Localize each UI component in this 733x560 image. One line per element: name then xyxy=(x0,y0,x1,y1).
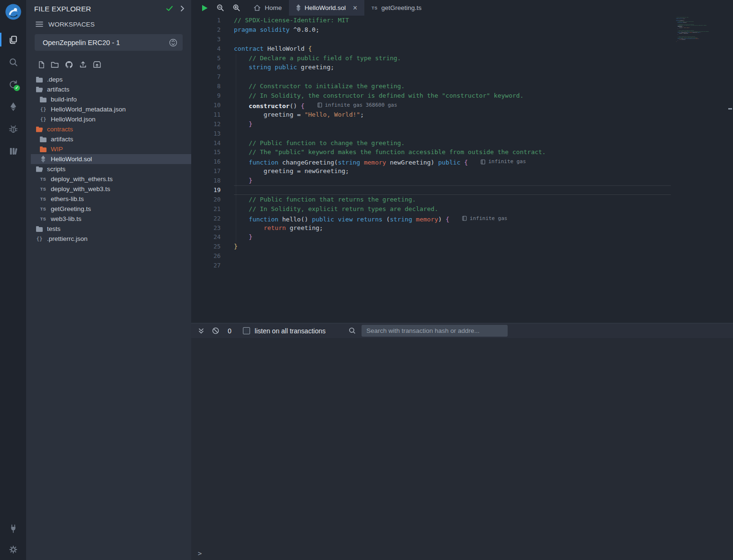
tree-item-label: ethers-lib.ts xyxy=(51,195,84,202)
tree-item-build-info[interactable]: build-info xyxy=(26,94,191,104)
code-line-2[interactable]: 2pragma solidity ^0.8.0; xyxy=(191,25,671,35)
search-icon[interactable] xyxy=(0,51,26,73)
tree-item-deploy-with-ethers-ts[interactable]: TSdeploy_with_ethers.ts xyxy=(26,174,191,184)
debugger-icon[interactable] xyxy=(0,118,26,140)
terminal-output[interactable]: > xyxy=(191,338,733,560)
ts-icon: TS xyxy=(39,197,47,202)
code-line-25[interactable]: 25} xyxy=(191,242,671,251)
line-number: 21 xyxy=(191,204,221,214)
confirm-check-icon[interactable] xyxy=(166,6,173,11)
code-line-15[interactable]: 15 // The "public" keyword makes the fun… xyxy=(191,147,671,157)
tree-item-getgreeting-ts[interactable]: TSgetGreeting.ts xyxy=(26,204,191,214)
tree-item-contracts[interactable]: contracts xyxy=(26,124,191,134)
upload-file-icon[interactable] xyxy=(79,61,87,68)
line-number: 15 xyxy=(191,147,221,157)
folder-open-icon xyxy=(36,127,43,132)
tree-item-deploy-with-web3-ts[interactable]: TSdeploy_with_web3.ts xyxy=(26,184,191,194)
workspaces-menu-icon[interactable] xyxy=(36,21,43,27)
line-number: 14 xyxy=(191,138,221,148)
code-line-8[interactable]: 8 // Constructor to initialize the greet… xyxy=(191,82,671,91)
terminal-search-input[interactable] xyxy=(362,325,508,337)
tree-item-artifacts[interactable]: artifacts xyxy=(26,134,191,144)
clone-github-icon[interactable] xyxy=(65,61,73,69)
code-line-10[interactable]: 10 constructor() {infinite gas 368600 ga… xyxy=(191,101,671,110)
code-line-18[interactable]: 18 } xyxy=(191,176,671,185)
terminal-prompt[interactable]: > xyxy=(198,550,202,557)
settings-icon[interactable] xyxy=(0,539,26,560)
code-line-5[interactable]: 5 // Declare a public field of type stri… xyxy=(191,54,671,63)
code-line-4[interactable]: 4contract HelloWorld { xyxy=(191,44,671,54)
code-text: contract HelloWorld { xyxy=(234,44,671,54)
tab-helloworld-sol[interactable]: HelloWorld.sol× xyxy=(289,0,364,16)
run-script-button[interactable] xyxy=(201,4,208,12)
code-line-26[interactable]: 26 xyxy=(191,251,671,261)
tree-item-label: HelloWorld_metadata.json xyxy=(51,106,126,113)
solidity-compiler-icon[interactable]: ✓ xyxy=(0,73,26,95)
unit-testing-icon[interactable] xyxy=(0,140,26,162)
code-line-7[interactable]: 7 xyxy=(191,72,671,82)
code-text: // Public function to change the greetin… xyxy=(234,138,671,148)
code-line-11[interactable]: 11 greeting = "Hello, World!"; xyxy=(191,110,671,119)
listen-transactions-checkbox[interactable] xyxy=(243,327,250,334)
code-line-19[interactable]: 19 xyxy=(191,185,671,195)
tree-item-ethers-lib-ts[interactable]: TSethers-lib.ts xyxy=(26,194,191,204)
editor-scrollbar[interactable] xyxy=(727,16,733,323)
new-file-icon[interactable] xyxy=(38,61,45,69)
minimap-content: // SPDX-License-Identifier: MITpragma so… xyxy=(676,17,726,44)
tree-item-helloworld-metadata-json[interactable]: {}HelloWorld_metadata.json xyxy=(26,104,191,114)
tree-item-wip[interactable]: WIP xyxy=(26,144,191,154)
code-text xyxy=(234,129,671,138)
plugin-manager-icon[interactable] xyxy=(0,518,26,539)
code-line-1[interactable]: 1// SPDX-License-Identifier: MIT xyxy=(191,16,671,25)
zoom-in-button[interactable] xyxy=(232,4,241,12)
code-line-3[interactable]: 3 xyxy=(191,35,671,44)
code-text: string public greeting; xyxy=(234,63,671,72)
code-line-20[interactable]: 20 // Public function that returns the g… xyxy=(191,195,671,204)
code-line-21[interactable]: 21 // In Solidity, explicit return types… xyxy=(191,204,671,214)
file-explorer-icon[interactable] xyxy=(0,28,26,51)
deploy-run-icon[interactable] xyxy=(0,95,26,118)
code-line-17[interactable]: 17 greeting = newGreeting; xyxy=(191,166,671,176)
tree-item-helloworld-json[interactable]: {}HelloWorld.json xyxy=(26,114,191,124)
tab-getgreeting-ts[interactable]: TSgetGreeting.ts xyxy=(364,0,428,16)
compile-success-badge: ✓ xyxy=(14,85,20,91)
expand-terminal-icon[interactable] xyxy=(198,328,204,334)
new-folder-icon[interactable] xyxy=(51,61,59,68)
zoom-out-button[interactable] xyxy=(216,4,224,12)
workspace-name: OpenZeppelin ERC20 - 1 xyxy=(43,39,169,46)
remix-logo[interactable] xyxy=(4,3,22,23)
line-number: 24 xyxy=(191,232,221,242)
code-line-16[interactable]: 16 function changeGreeting(string memory… xyxy=(191,157,671,166)
code-editor[interactable]: 1// SPDX-License-Identifier: MIT2pragma … xyxy=(191,16,733,323)
tree-item-prettierrc-json[interactable]: {}.prettierrc.json xyxy=(26,234,191,244)
tab-label: HelloWorld.sol xyxy=(305,4,346,11)
code-line-22[interactable]: 22 function hello() public view returns … xyxy=(191,214,671,223)
tree-item-helloworld-sol[interactable]: HelloWorld.sol xyxy=(26,154,191,164)
file-explorer-header: FILE EXPLORER xyxy=(26,0,191,16)
tree-item-scripts[interactable]: scripts xyxy=(26,164,191,174)
minimap[interactable]: // SPDX-License-Identifier: MITpragma so… xyxy=(671,16,727,323)
code-text: // In Solidity, the constructor is defin… xyxy=(234,91,671,101)
workspace-selector[interactable]: OpenZeppelin ERC20 - 1 xyxy=(35,34,183,51)
folder-icon xyxy=(36,77,43,83)
close-tab-icon[interactable]: × xyxy=(353,4,357,12)
chevron-right-icon[interactable] xyxy=(180,5,185,12)
tree-item-tests[interactable]: tests xyxy=(26,224,191,234)
code-line-9[interactable]: 9 // In Solidity, the constructor is def… xyxy=(191,91,671,101)
code-line-24[interactable]: 24 } xyxy=(191,232,671,242)
line-number: 17 xyxy=(191,166,221,176)
code-line-6[interactable]: 6 string public greeting; xyxy=(191,63,671,72)
tree-item-web3-lib-ts[interactable]: TSweb3-lib.ts xyxy=(26,214,191,224)
upload-folder-icon[interactable] xyxy=(93,61,101,68)
code-line-27[interactable]: 27 xyxy=(191,261,671,270)
code-line-23[interactable]: 23 return greeting; xyxy=(191,223,671,233)
code-line-14[interactable]: 14 // Public function to change the gree… xyxy=(191,138,671,148)
tree-item-deps[interactable]: .deps xyxy=(26,74,191,84)
code-line-12[interactable]: 12 } xyxy=(191,119,671,129)
code-text: return greeting; xyxy=(234,223,671,233)
tab-home[interactable]: Home xyxy=(246,0,289,16)
code-line-13[interactable]: 13 xyxy=(191,129,671,138)
code-text: function changeGreeting(string memory ne… xyxy=(234,157,671,166)
tree-item-artifacts[interactable]: artifacts xyxy=(26,84,191,94)
clear-console-icon[interactable] xyxy=(212,327,219,334)
